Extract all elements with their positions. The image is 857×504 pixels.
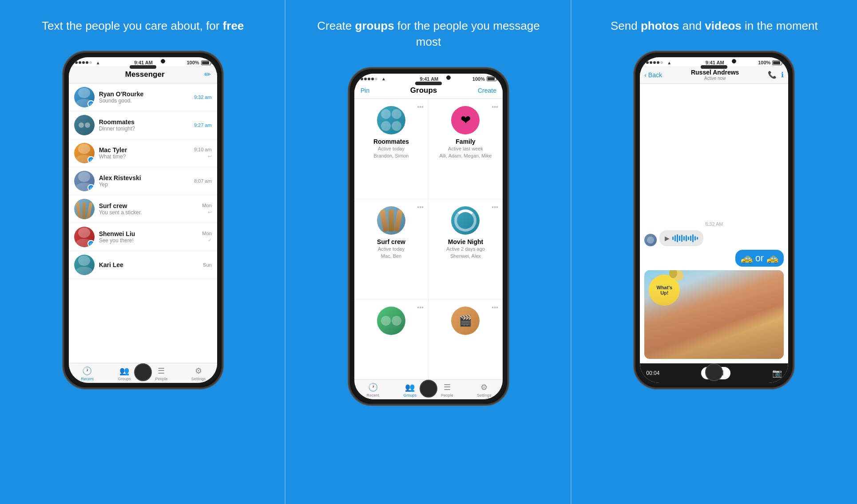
voice-waveform <box>672 234 698 243</box>
group-more-movie[interactable]: ••• <box>492 204 498 211</box>
conv-item-roommates[interactable]: Roommates Dinner tonight? 9:27 am <box>69 111 217 139</box>
badge-shenwei: ✓ <box>87 240 95 247</box>
group-members-surf: Mac, Ben <box>381 253 401 259</box>
time-2: 9:41 AM <box>420 76 438 82</box>
preview-ryan: Sounds good. <box>99 98 190 104</box>
conv-item-mac[interactable]: ✓ Mac Tyler What time? 9:10 am ↩ <box>69 139 217 167</box>
battery-icon-2 <box>487 76 496 81</box>
home-button-3[interactable] <box>705 363 723 381</box>
avatar-mac: ✓ <box>74 143 95 163</box>
time-3: 9:41 AM <box>706 60 724 65</box>
phone-2: ▲ 9:41 AM 100% Pin Groups Create <box>349 68 508 405</box>
reply-icon-surf: ↩ <box>202 209 211 215</box>
preview-mac: What time? <box>99 154 190 160</box>
people-icon-1: ☰ <box>158 366 165 376</box>
camera-icon[interactable]: 📷 <box>772 368 782 378</box>
check-icon-shenwei: ✓ <box>202 237 211 243</box>
groups-pin-button[interactable]: Pin <box>361 87 369 94</box>
group-status-surf: Active today <box>378 246 405 252</box>
battery-icon-1 <box>201 60 211 65</box>
group-cell-movie[interactable]: ••• Movie Night Active 2 days ago Shenwe… <box>428 199 503 299</box>
recent-icon-2: 🕐 <box>368 382 378 392</box>
name-kari: Kari Lee <box>99 261 198 268</box>
battery-pct-2: 100% <box>472 76 485 82</box>
groups-create-button[interactable]: Create <box>478 87 496 94</box>
time-ryan: 9:32 am <box>194 94 212 100</box>
phone-camera-3 <box>732 59 736 63</box>
group-avatar-extra2: 🎬 <box>451 307 480 335</box>
chat-body: 8:32 AM ▶ <box>640 84 788 363</box>
msg-avatar-russel <box>644 234 657 246</box>
group-more-surf[interactable]: ••• <box>417 204 424 211</box>
name-surf: Surf crew <box>99 202 198 209</box>
avatar-ryan: ✓ <box>74 87 95 107</box>
wifi-icon-2: ▲ <box>381 76 386 81</box>
phone-camera-1 <box>161 59 165 63</box>
battery-icon-3 <box>772 60 782 65</box>
conversation-list: ✓ Ryan O'Rourke Sounds good. 9:32 am <box>69 83 217 363</box>
tab-settings-2[interactable]: ⚙ Settings <box>465 380 503 399</box>
conv-item-shenwei[interactable]: ✓ Shenwei Liu See you there! Mon ✓ <box>69 223 217 251</box>
time-roommates: 9:27 am <box>194 122 212 128</box>
phone-icon[interactable]: 📞 <box>768 71 777 79</box>
time-shenwei: Mon <box>202 231 211 236</box>
group-status-roommates: Active today <box>378 146 405 151</box>
back-button[interactable]: ‹ Back <box>644 71 662 79</box>
tab-recent-1[interactable]: 🕐 Recent <box>69 363 106 383</box>
conv-item-surf[interactable]: Surf crew You sent a sticker. Mon ↩ <box>69 195 217 223</box>
conv-item-kari[interactable]: Kari Lee Sun <box>69 251 217 279</box>
tab-recent-2[interactable]: 🕐 Recent <box>354 380 392 399</box>
group-members-roommates: Brandon, Simon <box>374 153 409 158</box>
play-icon[interactable]: ▶ <box>665 235 670 242</box>
avatar-alex: ✓ <box>74 171 95 191</box>
people-icon-2: ☰ <box>444 382 451 392</box>
msg-sent-taxi: 🚕 or 🚕 <box>644 250 784 267</box>
avatar-roommates <box>74 115 95 135</box>
phone-speaker-2 <box>415 82 442 85</box>
chat-user-status: Active now <box>691 76 739 81</box>
tab-settings-1[interactable]: ⚙ Settings <box>180 363 217 383</box>
group-more-roommates[interactable]: ••• <box>417 103 424 110</box>
group-avatar-roommates <box>377 106 405 134</box>
tab-settings-label-1: Settings <box>191 377 206 381</box>
group-cell-extra1[interactable]: ••• <box>354 299 428 379</box>
preview-surf: You sent a sticker. <box>99 209 198 216</box>
status-bar-1: ▲ 9:41 AM 100% <box>69 57 217 66</box>
group-avatar-family: ❤ <box>451 106 480 134</box>
phone-camera-2 <box>446 75 451 80</box>
name-ryan: Ryan O'Rourke <box>99 91 190 98</box>
conv-item-alex[interactable]: ✓ Alex Ristevski Yep 8:07 am <box>69 167 217 195</box>
info-icon[interactable]: ℹ <box>781 71 784 79</box>
groups-icon-2: 👥 <box>405 382 415 392</box>
group-cell-family[interactable]: ••• ❤ Family Active last week Alli, Adam… <box>428 99 503 199</box>
group-name-family: Family <box>456 138 475 145</box>
group-more-family[interactable]: ••• <box>492 103 498 110</box>
battery-pct-3: 100% <box>758 60 770 65</box>
compose-icon[interactable]: ✏ <box>204 70 211 79</box>
chat-header: ‹ Back Russel Andrews Active now 📞 ℹ <box>640 66 788 84</box>
conv-item-ryan[interactable]: ✓ Ryan O'Rourke Sounds good. 9:32 am <box>69 83 217 111</box>
group-more-extra2[interactable]: ••• <box>492 304 498 311</box>
preview-roommates: Dinner tonight? <box>99 126 190 132</box>
msg-received-voice: ▶ <box>644 230 784 246</box>
badge-mac: ✓ <box>87 156 95 163</box>
panel-groups: Create groups for the people you message… <box>286 0 571 504</box>
time-surf: Mon <box>202 203 211 208</box>
group-cell-extra2[interactable]: ••• 🎬 <box>428 299 503 379</box>
name-roommates: Roommates <box>99 118 190 126</box>
phone-speaker-3 <box>701 65 727 69</box>
home-button-1[interactable] <box>134 363 152 381</box>
home-button-2[interactable] <box>420 380 437 398</box>
settings-icon-1: ⚙ <box>195 366 202 376</box>
tab-groups-label-2: Groups <box>403 393 417 398</box>
name-shenwei: Shenwei Liu <box>99 230 198 237</box>
group-cell-roommates[interactable]: ••• Roommates Active today Brandon, Simo <box>354 99 428 199</box>
group-name-roommates: Roommates <box>373 138 409 145</box>
group-cell-surf[interactable]: ••• Surf crew Active today Mac, Ben <box>354 199 428 299</box>
chat-photo: What'sUp! <box>644 270 784 359</box>
messenger-title: Messenger <box>86 70 204 79</box>
group-more-extra1[interactable]: ••• <box>417 304 424 311</box>
avatar-shenwei: ✓ <box>74 227 95 247</box>
voice-message-bubble[interactable]: ▶ <box>659 230 703 246</box>
tab-settings-label-2: Settings <box>477 393 492 398</box>
